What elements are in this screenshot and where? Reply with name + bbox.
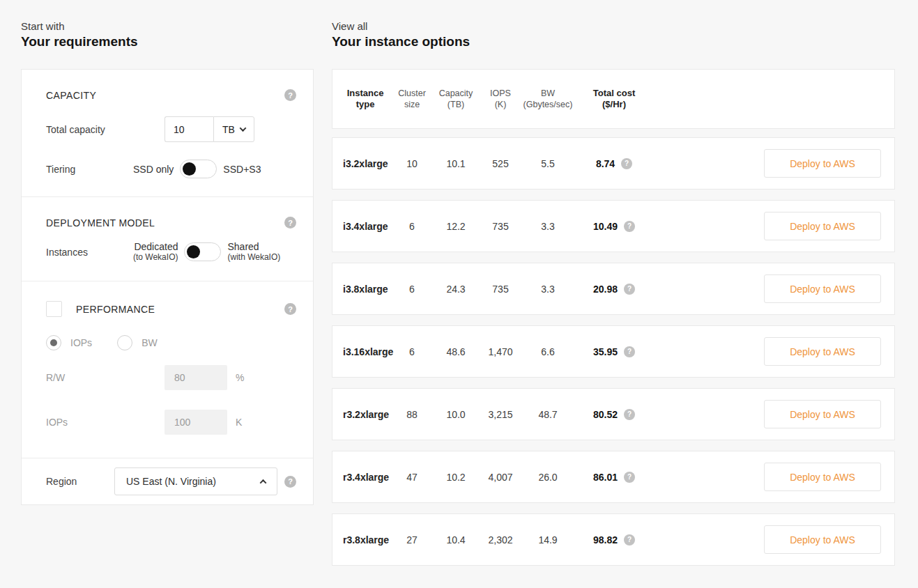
radio-bw[interactable]: BW [117,335,158,350]
radio-iops-ring [46,335,61,350]
deployment-model-section: DEPLOYMENT MODEL ? Instances Dedicated (… [22,196,313,281]
total-cost: 20.98 [593,284,618,295]
iops-k: 2,302 [480,534,521,546]
performance-section: PERFORMANCE ? IOPs BW R/W [22,281,313,458]
requirements-header: Start with Your requirements [21,20,314,50]
iops-input[interactable] [165,410,227,435]
deploy-to-aws-button[interactable]: Deploy to AWS [764,525,881,554]
instances-toggle[interactable] [184,242,221,261]
region-help-icon[interactable]: ? [284,476,296,488]
requirements-card: CAPACITY ? Total capacity TB Tiering [21,69,314,505]
instance-options-header: View all Your instance options [332,20,895,50]
cluster-size: 6 [392,221,431,232]
capacity-tb: 10.4 [431,534,480,546]
instance-row: r3.2xlarge 88 10.0 3,215 48.7 80.52 ? De… [332,388,895,440]
column-header-capacity: Capacity(TB) [431,88,480,110]
cost-help-icon[interactable]: ? [624,284,635,295]
deploy-to-aws-button[interactable]: Deploy to AWS [764,212,881,240]
bw-gbytes: 26.0 [521,472,575,483]
total-cost: 8.74 [596,158,615,169]
column-header-instance-type: Instancetype [338,88,392,110]
column-header-cluster-size: Clustersize [392,88,431,110]
cost-help-icon[interactable]: ? [621,158,632,169]
bw-gbytes: 3.3 [521,284,575,295]
cluster-size: 27 [392,534,431,546]
region-label: Region [46,476,114,487]
instances-option-shared-sub: (with WekaIO) [227,252,280,263]
iops-k: 1,470 [480,346,521,357]
deploy-to-aws-button[interactable]: Deploy to AWS [764,337,881,366]
requirements-title: Your requirements [21,33,314,50]
instance-type: i3.8xlarge [338,284,392,295]
deploy-to-aws-button[interactable]: Deploy to AWS [764,463,881,491]
cost-help-icon[interactable]: ? [624,221,635,232]
bw-gbytes: 14.9 [521,534,575,546]
instance-row: i3.16xlarge 6 48.6 1,470 6.6 35.95 ? Dep… [332,325,895,378]
radio-iops-label: IOPs [70,337,92,348]
bw-gbytes: 5.5 [521,158,575,169]
deploy-to-aws-button[interactable]: Deploy to AWS [764,400,881,428]
table-header: Instancetype Clustersize Capacity(TB) IO… [332,69,895,129]
radio-iops[interactable]: IOPs [46,335,92,350]
total-capacity-input[interactable] [165,116,213,142]
capacity-tb: 48.6 [431,346,480,357]
instances-label: Instances [46,247,133,258]
total-cost: 86.01 [593,472,618,483]
cost-help-icon[interactable]: ? [624,409,635,420]
iops-k: 525 [480,158,521,169]
cluster-size: 10 [392,158,431,169]
instance-type: r3.2xlarge [338,409,392,420]
requirements-eyebrow: Start with [21,20,314,33]
cluster-size: 6 [392,346,431,357]
deploy-to-aws-button[interactable]: Deploy to AWS [764,274,881,303]
bw-gbytes: 6.6 [521,346,575,357]
requirements-column: Start with Your requirements CAPACITY ? … [21,20,314,505]
column-header-iops: IOPS(K) [480,88,521,110]
performance-checkbox[interactable] [46,301,62,317]
total-cost: 35.95 [593,346,618,357]
instances-option-dedicated-sub: (to WekaIO) [133,252,178,263]
instances-option-dedicated: Dedicated (to WekaIO) [133,241,178,263]
capacity-unit-value: TB [222,124,235,135]
tiering-option-ssd-only: SSD only [133,164,174,175]
cost-help-icon[interactable]: ? [624,472,635,483]
total-cost: 10.49 [593,221,618,232]
instance-row: r3.4xlarge 47 10.2 4,007 26.0 86.01 ? De… [332,451,895,503]
instance-type: i3.2xlarge [338,158,392,169]
capacity-help-icon[interactable]: ? [284,89,296,101]
region-value: US East (N. Virginia) [126,476,216,487]
instance-options-eyebrow: View all [332,20,895,33]
instance-type: i3.4xlarge [338,221,392,232]
radio-bw-ring [117,335,132,350]
capacity-tb: 10.1 [431,158,480,169]
rw-unit: % [236,372,244,383]
instance-options-title: Your instance options [332,33,895,50]
cost-help-icon[interactable]: ? [624,534,635,546]
cluster-size: 6 [392,284,431,295]
cost-help-icon[interactable]: ? [624,346,635,357]
region-select[interactable]: US East (N. Virginia) [114,467,277,495]
iops-unit: K [236,417,242,428]
radio-bw-label: BW [141,337,158,348]
deployment-help-icon[interactable]: ? [284,217,296,229]
capacity-tb: 10.0 [431,409,480,420]
toggle-knob [183,162,196,176]
column-header-total-cost: Total cost($/Hr) [575,88,653,110]
iops-k: 4,007 [480,472,521,483]
capacity-unit-select[interactable]: TB [213,116,254,142]
instance-type: r3.4xlarge [338,472,392,483]
tiering-option-ssd-s3: SSD+S3 [223,164,261,175]
performance-help-icon[interactable]: ? [284,303,296,315]
cluster-size: 47 [392,472,431,483]
capacity-tb: 24.3 [431,284,480,295]
capacity-section: CAPACITY ? Total capacity TB Tiering [22,70,313,196]
cluster-size: 88 [392,409,431,420]
deploy-to-aws-button[interactable]: Deploy to AWS [764,149,881,178]
bw-gbytes: 48.7 [521,409,575,420]
radio-selected-dot [50,339,57,346]
rw-input[interactable] [165,365,227,390]
bw-gbytes: 3.3 [521,221,575,232]
tiering-toggle[interactable] [180,160,217,178]
instance-row: i3.2xlarge 10 10.1 525 5.5 8.74 ? Deploy… [332,137,895,189]
rw-label: R/W [46,372,165,383]
